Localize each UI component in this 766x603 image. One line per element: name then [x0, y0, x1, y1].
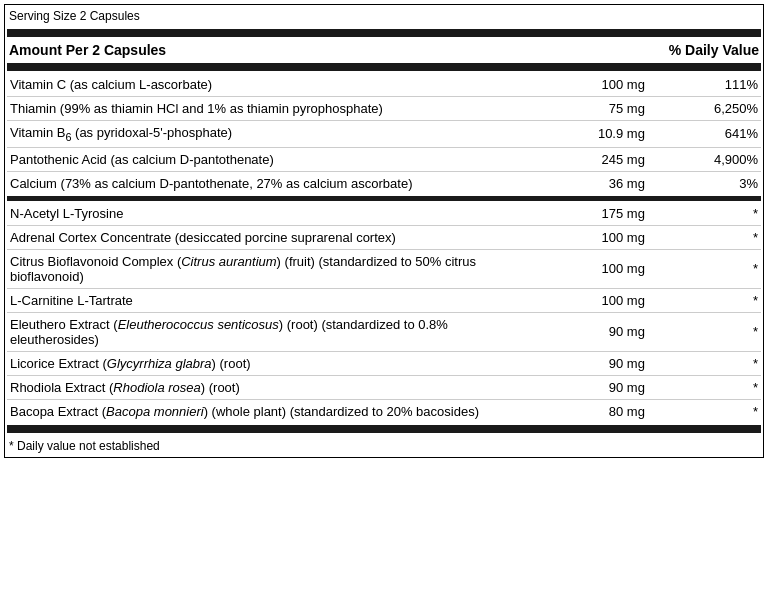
nutrient-name: L-Carnitine L-Tartrate — [7, 288, 535, 312]
nutrient-name: Vitamin C (as calcium L-ascorbate) — [7, 73, 535, 97]
nutrient-dv: * — [648, 399, 761, 423]
medium-bar-separator — [7, 196, 761, 201]
nutrient-amount: 75 mg — [535, 97, 648, 121]
table-row: Eleuthero Extract (Eleutherococcus senti… — [7, 312, 761, 351]
table-row: Licorice Extract (Glycyrrhiza glabra) (r… — [7, 351, 761, 375]
nutrients-table-section1: Vitamin C (as calcium L-ascorbate) 100 m… — [7, 73, 761, 195]
table-row: Calcium (73% as calcium D-pantothenate, … — [7, 171, 761, 195]
nutrient-dv: 3% — [648, 171, 761, 195]
nutrient-amount: 90 mg — [535, 312, 648, 351]
nutrient-dv: * — [648, 288, 761, 312]
nutrient-amount: 100 mg — [535, 225, 648, 249]
serving-size: Serving Size 2 Capsules — [7, 7, 761, 27]
table-row: Thiamin (99% as thiamin HCl and 1% as th… — [7, 97, 761, 121]
nutrient-amount: 90 mg — [535, 375, 648, 399]
nutrient-amount: 175 mg — [535, 202, 648, 226]
nutrient-dv: 111% — [648, 73, 761, 97]
nutrient-amount: 100 mg — [535, 73, 648, 97]
nutrient-dv: * — [648, 312, 761, 351]
thick-bar-bottom — [7, 425, 761, 433]
nutrients-table-section2: N-Acetyl L-Tyrosine 175 mg * Adrenal Cor… — [7, 202, 761, 423]
nutrient-amount: 100 mg — [535, 249, 648, 288]
nutrient-dv: 4,900% — [648, 147, 761, 171]
table-row: Pantothenic Acid (as calcium D-pantothen… — [7, 147, 761, 171]
nutrient-dv: * — [648, 202, 761, 226]
nutrient-name: Licorice Extract (Glycyrrhiza glabra) (r… — [7, 351, 535, 375]
nutrient-name: Bacopa Extract (Bacopa monnieri) (whole … — [7, 399, 535, 423]
nutrient-dv: 641% — [648, 121, 761, 148]
amount-per-header: Amount Per 2 Capsules % Daily Value — [7, 39, 761, 61]
table-row: Vitamin C (as calcium L-ascorbate) 100 m… — [7, 73, 761, 97]
table-row: L-Carnitine L-Tartrate 100 mg * — [7, 288, 761, 312]
dv-header-label: % Daily Value — [669, 42, 759, 58]
nutrient-name: Vitamin B6 (as pyridoxal-5'-phosphate) — [7, 121, 535, 148]
nutrient-name: Thiamin (99% as thiamin HCl and 1% as th… — [7, 97, 535, 121]
nutrient-dv: * — [648, 225, 761, 249]
thick-bar-after-header — [7, 63, 761, 71]
nutrient-name: Pantothenic Acid (as calcium D-pantothen… — [7, 147, 535, 171]
nutrient-dv: * — [648, 249, 761, 288]
table-row: Vitamin B6 (as pyridoxal-5'-phosphate) 1… — [7, 121, 761, 148]
nutrient-name: N-Acetyl L-Tyrosine — [7, 202, 535, 226]
nutrient-amount: 10.9 mg — [535, 121, 648, 148]
nutrient-amount: 90 mg — [535, 351, 648, 375]
nutrient-amount: 245 mg — [535, 147, 648, 171]
nutrient-amount: 100 mg — [535, 288, 648, 312]
table-row: Rhodiola Extract (Rhodiola rosea) (root)… — [7, 375, 761, 399]
nutrient-name: Citrus Bioflavonoid Complex (Citrus aura… — [7, 249, 535, 288]
nutrient-amount: 80 mg — [535, 399, 648, 423]
footnote: * Daily value not established — [7, 435, 761, 455]
table-row: Adrenal Cortex Concentrate (desiccated p… — [7, 225, 761, 249]
nutrient-name: Calcium (73% as calcium D-pantothenate, … — [7, 171, 535, 195]
amount-per-label: Amount Per 2 Capsules — [9, 42, 166, 58]
table-row: N-Acetyl L-Tyrosine 175 mg * — [7, 202, 761, 226]
nutrient-dv: 6,250% — [648, 97, 761, 121]
nutrient-dv: * — [648, 351, 761, 375]
nutrient-name: Adrenal Cortex Concentrate (desiccated p… — [7, 225, 535, 249]
nutrient-name: Eleuthero Extract (Eleutherococcus senti… — [7, 312, 535, 351]
thick-bar-top — [7, 29, 761, 37]
nutrient-amount: 36 mg — [535, 171, 648, 195]
table-row: Bacopa Extract (Bacopa monnieri) (whole … — [7, 399, 761, 423]
nutrient-name: Rhodiola Extract (Rhodiola rosea) (root) — [7, 375, 535, 399]
nutrient-dv: * — [648, 375, 761, 399]
table-row: Citrus Bioflavonoid Complex (Citrus aura… — [7, 249, 761, 288]
nutrition-label: Serving Size 2 Capsules Amount Per 2 Cap… — [4, 4, 764, 458]
